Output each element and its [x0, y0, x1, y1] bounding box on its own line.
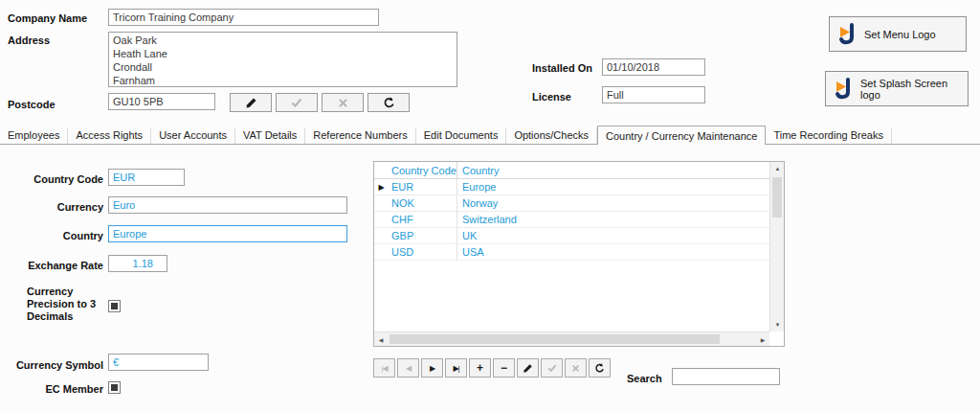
license-input[interactable] — [602, 86, 705, 103]
nav-prior-button[interactable]: ◀ — [397, 358, 419, 378]
tab-strip: Employees Access Rights User Accounts VA… — [0, 126, 980, 145]
pencil-icon — [523, 363, 533, 374]
horizontal-scrollbar[interactable]: ◀ ▶ — [374, 332, 769, 346]
precision-label: Currency Precision to 3 Decimals — [27, 286, 108, 323]
tab-access-rights[interactable]: Access Rights — [68, 127, 151, 144]
grid-row[interactable]: GBP UK — [374, 228, 784, 244]
set-menu-logo-button[interactable]: Set Menu Logo — [829, 16, 967, 52]
postcode-input[interactable] — [108, 93, 215, 110]
x-icon — [338, 98, 348, 108]
tab-edit-documents[interactable]: Edit Documents — [416, 127, 507, 144]
refresh-icon — [383, 97, 395, 109]
grid-selector-column — [374, 162, 389, 178]
nav-delete-button[interactable]: − — [493, 358, 515, 378]
cell-country: USA — [457, 244, 784, 260]
set-splash-logo-label: Set Splash Screen logo — [860, 78, 960, 101]
tab-reference-numbers[interactable]: Reference Numbers — [305, 127, 415, 144]
nav-refresh-button[interactable] — [589, 358, 611, 378]
refresh-icon — [594, 363, 605, 374]
nav-last-button[interactable]: ▶| — [445, 358, 467, 378]
country-code-label: Country Code — [19, 173, 103, 185]
grid-row[interactable]: NOK Norway — [374, 195, 784, 212]
cell-country: UK — [457, 228, 784, 243]
tab-employees[interactable]: Employees — [0, 127, 68, 144]
exchange-rate-input[interactable] — [108, 255, 167, 272]
cell-country: Norway — [457, 195, 784, 211]
horizontal-scroll-thumb[interactable] — [390, 334, 720, 344]
refresh-record-button[interactable] — [368, 93, 410, 112]
nav-next-button[interactable]: ▶ — [421, 358, 443, 378]
row-marker-icon: ▶ — [374, 179, 389, 195]
scroll-right-icon[interactable]: ▶ — [756, 332, 769, 347]
row-marker-empty — [374, 244, 389, 260]
row-marker-empty — [374, 212, 389, 227]
nav-edit-button[interactable] — [517, 358, 539, 378]
check-icon — [291, 97, 302, 108]
vertical-scrollbar[interactable]: ▲ ▼ — [769, 162, 784, 332]
cell-country-code: CHF — [389, 212, 457, 227]
grid-header-row: Country Code Country — [374, 162, 784, 179]
ec-member-checkbox[interactable] — [108, 381, 121, 394]
search-input[interactable] — [672, 368, 780, 385]
tab-user-accounts[interactable]: User Accounts — [151, 127, 235, 144]
app-window: Company Name Address Oak Park Heath Lane… — [0, 0, 980, 412]
country-label: Country — [19, 230, 103, 241]
checkbox-check-mark — [111, 303, 118, 309]
grid-header-country: Country — [457, 162, 784, 178]
tab-options-checks[interactable]: Options/Checks — [506, 127, 597, 144]
pencil-icon — [245, 97, 257, 109]
nav-cancel-button[interactable] — [565, 358, 587, 378]
currency-symbol-label: Currency Symbol — [15, 359, 103, 371]
scroll-down-icon[interactable]: ▼ — [770, 318, 785, 332]
vertical-scroll-thumb[interactable] — [772, 177, 782, 217]
db-navigator: |◀ ◀ ▶ ▶| + − — [373, 358, 611, 378]
grid-row[interactable]: CHF Switzerland — [374, 212, 784, 228]
scroll-up-icon[interactable]: ▲ — [770, 162, 785, 175]
tab-country-currency-maintenance[interactable]: Country / Currency Maintenance — [597, 126, 766, 145]
license-label: License — [532, 91, 571, 103]
tab-time-recording-breaks[interactable]: Time Recording Breaks — [766, 127, 892, 144]
address-label: Address — [8, 34, 50, 46]
installed-on-label: Installed On — [532, 62, 592, 74]
tab-vat-details[interactable]: VAT Details — [235, 127, 305, 144]
currency-label: Currency — [19, 201, 103, 213]
grid-row[interactable]: ▶ EUR Europe — [374, 179, 784, 195]
country-code-input[interactable] — [108, 169, 185, 186]
exchange-rate-label: Exchange Rate — [15, 260, 103, 271]
cell-country-code: USD — [389, 244, 457, 260]
set-menu-logo-label: Set Menu Logo — [864, 29, 936, 40]
tricorn-logo-icon — [837, 22, 858, 47]
country-grid: Country Code Country ▶ EUR Europe NOK No… — [373, 161, 785, 347]
installed-on-input[interactable] — [602, 58, 705, 76]
row-marker-empty — [374, 195, 389, 211]
tricorn-logo-icon — [834, 77, 855, 102]
nav-first-button[interactable]: |◀ — [373, 358, 395, 378]
set-splash-logo-button[interactable]: Set Splash Screen logo — [825, 71, 969, 106]
country-input[interactable] — [108, 225, 347, 242]
company-name-label: Company Name — [8, 12, 87, 24]
cancel-record-button[interactable] — [322, 93, 364, 112]
post-record-button[interactable] — [276, 93, 318, 112]
cell-country: Switzerland — [457, 212, 784, 227]
nav-post-button[interactable] — [541, 358, 563, 378]
x-icon — [571, 364, 580, 373]
currency-symbol-input[interactable] — [108, 354, 209, 371]
row-marker-empty — [374, 228, 389, 243]
company-name-input[interactable] — [108, 9, 379, 26]
address-input[interactable]: Oak Park Heath Lane Crondall Farnham — [108, 32, 457, 87]
precision-checkbox[interactable] — [108, 300, 121, 312]
check-icon — [547, 363, 557, 373]
postcode-label: Postcode — [8, 99, 56, 110]
currency-input[interactable] — [108, 196, 347, 214]
nav-insert-button[interactable]: + — [469, 358, 491, 378]
edit-record-button[interactable] — [230, 93, 272, 112]
cell-country: Europe — [457, 179, 784, 195]
cell-country-code: GBP — [389, 228, 457, 243]
scroll-left-icon[interactable]: ◀ — [374, 332, 388, 347]
grid-header-country-code: Country Code — [389, 162, 457, 178]
cell-country-code: NOK — [389, 195, 457, 211]
checkbox-check-mark — [111, 384, 118, 391]
search-label: Search — [627, 373, 662, 384]
grid-row[interactable]: USD USA — [374, 244, 784, 261]
ec-member-label: EC Member — [19, 383, 103, 395]
